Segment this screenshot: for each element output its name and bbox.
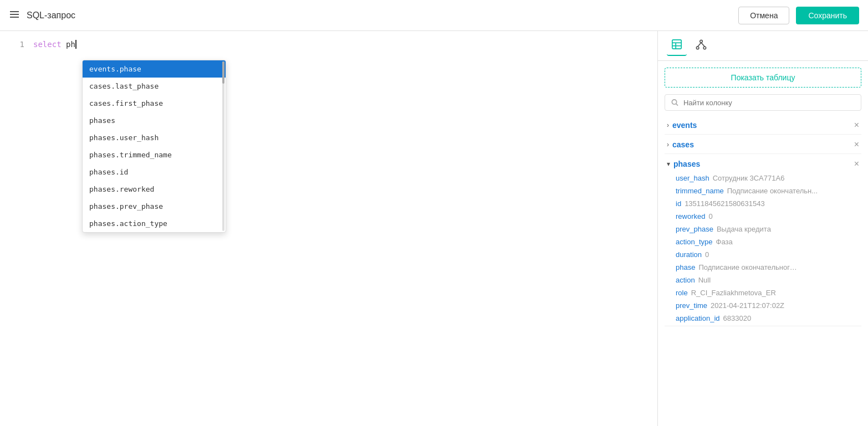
divider xyxy=(665,326,861,326)
tree-children-phases: user_hashСотрудник 3CA771A6trimmed_nameП… xyxy=(665,172,861,325)
tree-container: ›events×›cases×▾phases×user_hashСотрудни… xyxy=(665,117,861,326)
field-name[interactable]: phase xyxy=(676,263,695,271)
header-actions: Отмена Сохранить xyxy=(738,7,859,24)
autocomplete-item[interactable]: phases xyxy=(83,112,226,129)
svg-point-8 xyxy=(696,47,699,49)
field-value: Подписание окончательн... xyxy=(727,187,818,195)
field-value: 13511845621580631543 xyxy=(685,199,765,208)
cancel-button[interactable]: Отмена xyxy=(738,7,789,24)
autocomplete-item[interactable]: phases.action_type xyxy=(83,215,226,232)
tree-row: duration0 xyxy=(673,248,861,261)
autocomplete-list: events.phasecases.last_phasecases.first_… xyxy=(83,60,226,232)
field-name[interactable]: trimmed_name xyxy=(676,187,724,195)
svg-line-10 xyxy=(698,43,701,47)
editor-area[interactable]: 1 select ph events.phasecases.last_phase… xyxy=(0,31,657,426)
tree-label-phases: phases xyxy=(673,160,854,168)
chevron-icon: › xyxy=(667,121,669,129)
field-name[interactable]: action_type xyxy=(676,238,713,246)
tree-row: application_id6833020 xyxy=(673,312,861,325)
save-button[interactable]: Сохранить xyxy=(796,7,859,24)
search-icon xyxy=(671,98,679,107)
svg-point-12 xyxy=(672,100,676,104)
svg-point-7 xyxy=(700,40,703,43)
divider xyxy=(665,153,861,154)
autocomplete-item[interactable]: events.phase xyxy=(83,60,226,78)
field-name[interactable]: reworked xyxy=(676,212,705,220)
field-value: Null xyxy=(698,276,711,284)
divider xyxy=(665,134,861,135)
tree-close-cases[interactable]: × xyxy=(854,140,859,149)
autocomplete-item[interactable]: phases.trimmed_name xyxy=(83,146,226,163)
line-number: 1 xyxy=(9,40,24,49)
tree-row: reworked0 xyxy=(673,210,861,223)
autocomplete-scrollbar-thumb xyxy=(222,61,224,84)
tree-label-events: events xyxy=(672,121,854,130)
sql-text: ph xyxy=(62,40,75,49)
field-value: Фаза xyxy=(716,238,733,246)
tab-table[interactable] xyxy=(667,35,687,56)
tree-row: user_hashСотрудник 3CA771A6 xyxy=(673,172,861,184)
tree-row: prev_phaseВыдача кредита xyxy=(673,223,861,235)
svg-line-13 xyxy=(676,104,678,105)
autocomplete-item[interactable]: phases.id xyxy=(83,163,226,181)
field-name[interactable]: duration xyxy=(676,250,702,259)
autocomplete-scrollbar[interactable] xyxy=(222,61,224,231)
field-value: 2021-04-21T12:07:02Z xyxy=(711,301,784,310)
search-input[interactable] xyxy=(683,99,855,107)
tree-row: action_typeФаза xyxy=(673,235,861,248)
autocomplete-item[interactable]: cases.first_phase xyxy=(83,95,226,112)
svg-point-9 xyxy=(703,47,706,49)
tree-header-cases[interactable]: ›cases× xyxy=(665,137,861,152)
panel-tabs xyxy=(658,31,868,61)
field-value: R_CI_Fazliakhmetova_ER xyxy=(691,289,776,297)
autocomplete-item[interactable]: cases.last_phase xyxy=(83,78,226,95)
cursor xyxy=(75,40,76,49)
tree-row: trimmed_nameПодписание окончательн... xyxy=(673,184,861,197)
tree-header-events[interactable]: ›events× xyxy=(665,117,861,133)
page-title: SQL-запрос xyxy=(27,11,738,20)
field-name[interactable]: application_id xyxy=(676,314,720,322)
menu-icon[interactable] xyxy=(9,9,20,22)
field-name[interactable]: user_hash xyxy=(676,174,709,182)
svg-rect-3 xyxy=(672,40,681,49)
tree-row: id13511845621580631543 xyxy=(673,197,861,210)
editor-line: 1 select ph xyxy=(0,40,657,49)
tree-label-cases: cases xyxy=(672,140,854,149)
editor-content[interactable]: select ph xyxy=(33,40,76,49)
chevron-icon: ▾ xyxy=(667,160,670,168)
tree-row: roleR_CI_Fazliakhmetova_ER xyxy=(673,286,861,299)
autocomplete-item[interactable]: phases.prev_phase xyxy=(83,198,226,215)
field-value: 0 xyxy=(708,212,712,220)
tree-section-cases: ›cases× xyxy=(665,137,861,154)
tree-close-phases[interactable]: × xyxy=(854,160,859,168)
search-box xyxy=(665,94,861,111)
field-name[interactable]: prev_time xyxy=(676,301,707,310)
table-icon xyxy=(671,39,682,50)
main-layout: 1 select ph events.phasecases.last_phase… xyxy=(0,31,868,426)
tree-header-phases[interactable]: ▾phases× xyxy=(665,156,861,172)
header: SQL-запрос Отмена Сохранить xyxy=(0,0,868,31)
tab-schema[interactable] xyxy=(691,36,711,55)
field-value: 0 xyxy=(705,250,709,259)
show-table-button[interactable]: Показать таблицу xyxy=(665,68,861,88)
tree-section-phases: ▾phases×user_hashСотрудник 3CA771A6trimm… xyxy=(665,156,861,326)
autocomplete-item[interactable]: phases.user_hash xyxy=(83,129,226,146)
field-value: Сотрудник 3CA771A6 xyxy=(713,174,785,182)
field-name[interactable]: prev_phase xyxy=(676,225,713,233)
autocomplete-dropdown: events.phasecases.last_phasecases.first_… xyxy=(82,60,226,233)
field-name[interactable]: role xyxy=(676,289,688,297)
tree-close-events[interactable]: × xyxy=(854,121,859,130)
field-value: Подписание окончательного гра... xyxy=(698,263,798,271)
svg-line-11 xyxy=(701,43,704,47)
right-panel: Показать таблицу ›events×›cases×▾phases×… xyxy=(657,31,868,426)
field-name[interactable]: action xyxy=(676,276,695,284)
schema-icon xyxy=(696,39,707,50)
autocomplete-item[interactable]: phases.reworked xyxy=(83,181,226,198)
panel-body: Показать таблицу ›events×›cases×▾phases×… xyxy=(658,61,868,426)
field-name[interactable]: id xyxy=(676,199,681,208)
sql-keyword: select xyxy=(33,40,62,49)
chevron-icon: › xyxy=(667,141,669,148)
field-value: 6833020 xyxy=(723,314,752,322)
tree-row: actionNull xyxy=(673,274,861,286)
tree-row: prev_time2021-04-21T12:07:02Z xyxy=(673,299,861,312)
